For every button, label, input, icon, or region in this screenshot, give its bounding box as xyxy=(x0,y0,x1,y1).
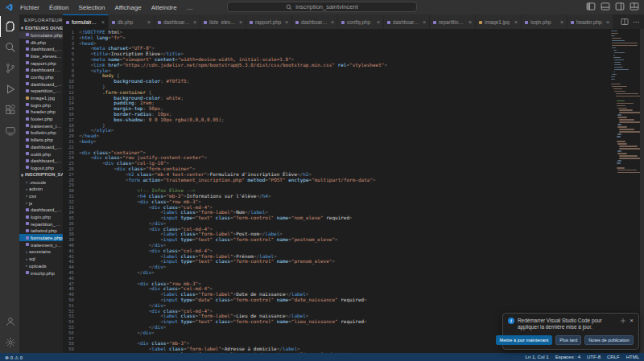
file-item-config.php[interactable]: config.php xyxy=(19,73,63,80)
tab-repartition_classes.php[interactable]: repartition_classes.php× xyxy=(430,14,476,29)
search-sidebar-icon[interactable] xyxy=(0,37,19,58)
status-crlf[interactable]: CRLF xyxy=(607,355,620,359)
folder-item-uploads[interactable]: ›uploads xyxy=(19,262,63,269)
close-tab-icon[interactable]: × xyxy=(560,19,564,25)
file-item-liste_eleves.php[interactable]: liste_eleves.php xyxy=(19,52,63,59)
tab-liste_eleves.php[interactable]: liste_eleves.php× xyxy=(200,14,246,29)
close-tab-icon[interactable]: × xyxy=(606,19,609,25)
file-item-dashboard_directeur.php[interactable]: dashboard_directeur.php xyxy=(19,80,63,88)
settings-gear-icon[interactable] xyxy=(0,332,19,353)
file-item-dashboard_classes.php[interactable]: dashboard_classes.php xyxy=(19,207,63,214)
section--diteurs-ouverts[interactable]: ▾ÉDITEURS OUVERTS xyxy=(19,24,63,31)
code-line[interactable]: 1<!DOCTYPE html> xyxy=(63,30,610,35)
file-item-login.php[interactable]: login.php xyxy=(19,213,63,220)
file-item-header.php[interactable]: header.php xyxy=(19,109,63,116)
notification-button-mettre-jour-maintenant[interactable]: Mettre à jour maintenant xyxy=(496,335,553,345)
editor-scrollbar[interactable] xyxy=(640,29,644,353)
close-tab-icon[interactable]: × xyxy=(193,19,196,25)
file-item-repartition_classes.php[interactable]: repartition_classes.php xyxy=(19,220,63,228)
menu-fichier[interactable]: Fichier xyxy=(16,2,43,13)
tab-config.php[interactable]: config.php× xyxy=(338,14,384,29)
notification-button-plus-tard[interactable]: Plus tard xyxy=(555,335,581,345)
file-item-repartition_classes.php[interactable]: repartition_classes.php xyxy=(19,88,63,95)
code-line[interactable]: 10 background-color: #f0f2f5; xyxy=(63,79,610,84)
folder-item-.vscode[interactable]: ›.vscode xyxy=(19,178,63,186)
close-tab-icon[interactable]: × xyxy=(377,19,380,25)
split-editor-icon[interactable] xyxy=(621,18,629,26)
menu-more[interactable]: … xyxy=(183,2,197,13)
run-debug-icon[interactable] xyxy=(0,79,19,100)
code-line[interactable]: 20</head> xyxy=(63,133,610,139)
file-item-bulletin.php[interactable]: bulletin.php xyxy=(19,129,63,137)
tab-header.php[interactable]: header.php× xyxy=(568,14,613,29)
close-tab-icon[interactable]: × xyxy=(469,19,472,25)
command-center[interactable]: inscription_saintvincent xyxy=(227,2,417,12)
close-tab-icon[interactable]: × xyxy=(285,19,288,25)
toggle-secondary-sidebar-icon[interactable] xyxy=(615,2,625,11)
menu-affichage[interactable]: Affichage xyxy=(110,2,145,13)
code-line[interactable]: 17 box-shadow: 0 0 10px rgba(0,0,0,0.05)… xyxy=(63,117,610,123)
close-tab-icon[interactable]: × xyxy=(239,19,242,25)
file-item-dashboard_saintv.php[interactable]: dashboard_saintv.php xyxy=(19,45,63,52)
file-item-db.php[interactable]: db.php xyxy=(19,39,63,46)
file-item-dashboard.php[interactable]: dashboard.php xyxy=(19,66,63,73)
notification-close-icon[interactable]: × xyxy=(630,318,634,324)
menu-édition[interactable]: Édition xyxy=(45,2,72,13)
code-line[interactable]: 45 </div> xyxy=(63,270,610,276)
customize-layout-icon[interactable] xyxy=(630,2,639,11)
file-item-image1.jpg[interactable]: image1.jpg xyxy=(19,94,63,101)
file-item-billets.php[interactable]: billets.php xyxy=(19,136,63,143)
code-editor[interactable]: 1<!DOCTYPE html>2<html lang="fr">3<head>… xyxy=(63,29,644,353)
more-actions-icon[interactable]: ⋯ xyxy=(633,18,639,26)
status-problems[interactable]: ⊗ 0 ⚠ 0 xyxy=(5,355,23,360)
file-item-dashboard_prof.php[interactable]: dashboard_prof.php xyxy=(19,143,63,150)
status-html[interactable]: HTML xyxy=(626,355,639,359)
file-item-tailwind.php[interactable]: tailwind.php xyxy=(19,228,63,235)
code-line[interactable]: 28 <form action="traitement_inscription.… xyxy=(63,178,610,183)
tab-rapport.php[interactable]: rapport.php× xyxy=(246,14,292,29)
notification-settings-icon[interactable] xyxy=(620,318,626,324)
tab-dashboard_saintv.php[interactable]: dashboard_saintv.php× xyxy=(155,14,200,29)
remote-explorer-icon[interactable] xyxy=(0,121,19,142)
menu-sélection[interactable]: Sélection xyxy=(74,2,109,13)
file-item-footer.php[interactable]: footer.php xyxy=(19,115,63,122)
source-control-icon[interactable] xyxy=(0,58,19,79)
close-tab-icon[interactable]: × xyxy=(147,19,151,25)
folder-item-js[interactable]: ›js xyxy=(19,199,63,207)
file-item-logout.php[interactable]: logout.php xyxy=(19,164,63,171)
file-item-oubli.php[interactable]: oubli.php xyxy=(19,150,63,158)
file-item-formulaire.php[interactable]: formulaire.php xyxy=(19,234,63,241)
file-item-traitement_inscription.php[interactable]: traitement_inscription.php xyxy=(19,241,63,248)
file-item-rapport.php[interactable]: rapport.php xyxy=(19,59,63,67)
extensions-icon[interactable] xyxy=(0,100,19,121)
folder-item-admin[interactable]: ›admin xyxy=(19,185,63,192)
close-tab-icon[interactable]: × xyxy=(331,19,334,25)
tab-formulaire.php[interactable]: formulaire.php× xyxy=(63,14,109,29)
minimap[interactable] xyxy=(611,31,640,353)
close-tab-icon[interactable]: × xyxy=(423,19,426,25)
section-inscription-saintvincent[interactable]: ▾INSCRIPTION_SAINTVINCENT xyxy=(19,171,63,178)
tab-db.php[interactable]: db.php× xyxy=(109,14,155,29)
close-tab-icon[interactable]: × xyxy=(514,19,518,25)
toggle-sidebar-icon[interactable] xyxy=(586,2,596,11)
code-line[interactable]: 8 <style> xyxy=(63,68,610,74)
close-tab-icon[interactable]: × xyxy=(101,19,105,25)
file-item-dashboard_direction.php[interactable]: dashboard_direction.php xyxy=(19,157,63,164)
code-line[interactable]: 19 </style> xyxy=(63,128,610,133)
code-line[interactable]: 7 <link href="https://cdn.jsdelivr.net/n… xyxy=(63,63,610,68)
folder-item-css[interactable]: ›css xyxy=(19,192,63,199)
status-ln-1-col-1[interactable]: Ln 1, Col 1 xyxy=(526,355,549,359)
tab-dashboard_directeur.php[interactable]: dashboard_directeur.php× xyxy=(384,14,430,29)
account-icon[interactable] xyxy=(0,311,19,332)
status-utf-8[interactable]: UTF-8 xyxy=(587,355,601,359)
tab-login.php[interactable]: login.php× xyxy=(522,14,568,29)
code-line[interactable]: 2<html lang="fr"> xyxy=(63,35,610,41)
tab-dashboard.php[interactable]: dashboard.php× xyxy=(292,14,338,29)
status-espaces-4[interactable]: Espaces : 4 xyxy=(555,355,580,359)
file-item-login.php[interactable]: login.php xyxy=(19,101,63,109)
toggle-panel-icon[interactable] xyxy=(601,2,610,11)
code-line[interactable]: 18 } xyxy=(63,123,610,129)
code-line[interactable]: 21<body> xyxy=(63,139,610,145)
file-item-traitement_inscription.php[interactable]: traitement_inscription.php xyxy=(19,122,63,129)
folder-item-secretaire[interactable]: ›secretaire xyxy=(19,248,63,256)
